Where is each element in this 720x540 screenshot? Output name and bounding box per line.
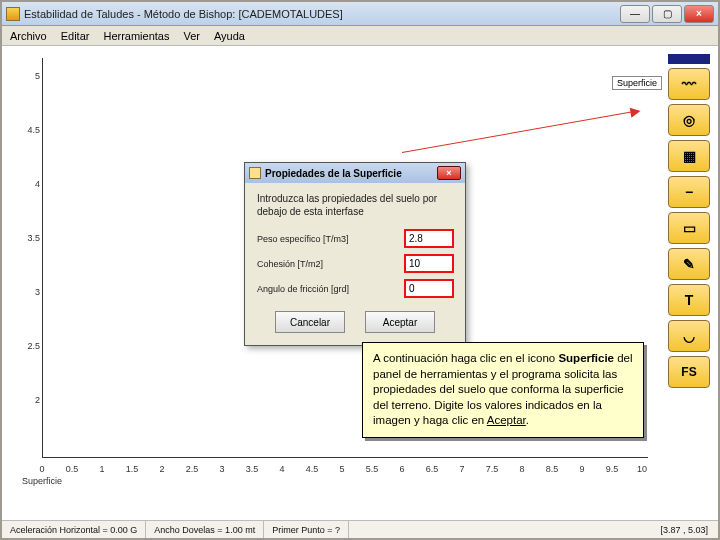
canvas-area: 5 4.5 4 3.5 3 2.5 2 0 0.5 1 1.5 2 2.5 3 …	[2, 46, 718, 520]
tip-bold-superficie: Superficie	[558, 352, 614, 364]
xtick: 3.5	[246, 464, 259, 474]
xtick: 0.5	[66, 464, 79, 474]
xtick: 2.5	[186, 464, 199, 474]
ytick: 3.5	[22, 233, 40, 243]
menu-editar[interactable]: Editar	[61, 30, 90, 42]
dialog-title: Propiedades de la Superficie	[265, 168, 437, 179]
dialog-close-button[interactable]: ×	[437, 166, 461, 180]
status-ancho: Ancho Dovelas = 1.00 mt	[146, 521, 264, 538]
close-button[interactable]: ×	[684, 5, 714, 23]
cancel-button[interactable]: Cancelar	[275, 311, 345, 333]
menu-herramientas[interactable]: Herramientas	[103, 30, 169, 42]
xtick: 4	[279, 464, 284, 474]
ytick: 5	[22, 71, 40, 81]
minimize-button[interactable]: —	[620, 5, 650, 23]
ytick: 3	[22, 287, 40, 297]
xtick: 4.5	[306, 464, 319, 474]
label-friccion: Angulo de fricción [grd]	[257, 284, 399, 294]
tool-grid-button[interactable]: ▦	[668, 140, 710, 172]
xtick: 6	[399, 464, 404, 474]
tool-line-button[interactable]: −	[668, 176, 710, 208]
ytick: 4.5	[22, 125, 40, 135]
menu-ver[interactable]: Ver	[183, 30, 200, 42]
instruction-callout: A continuación haga clic en el icono Sup…	[362, 342, 644, 438]
xtick: 3	[219, 464, 224, 474]
titlebar: Estabilidad de Taludes - Método de Bisho…	[2, 2, 718, 26]
row-peso: Peso específico [T/m3]	[257, 230, 453, 247]
status-accel: Aceleración Horizontal = 0.00 G	[2, 521, 146, 538]
tip-text-1: A continuación haga clic en el icono	[373, 352, 558, 364]
tool-box-button[interactable]: ▭	[668, 212, 710, 244]
dialog-titlebar: Propiedades de la Superficie ×	[245, 163, 465, 183]
status-coord: [3.87 , 5.03]	[650, 525, 718, 535]
xtick: 0	[39, 464, 44, 474]
tool-text-button[interactable]: T	[668, 284, 710, 316]
main-window: Estabilidad de Taludes - Método de Bisho…	[0, 0, 720, 540]
xtick: 10	[637, 464, 647, 474]
dialog-body: Introduzca las propiedades del suelo por…	[245, 183, 465, 345]
xtick: 1.5	[126, 464, 139, 474]
maximize-button[interactable]: ▢	[652, 5, 682, 23]
dialog-buttons: Cancelar Aceptar	[257, 311, 453, 333]
tool-surface-button[interactable]: 〰	[668, 68, 710, 100]
xtick: 7	[459, 464, 464, 474]
label-peso: Peso específico [T/m3]	[257, 234, 399, 244]
input-peso[interactable]	[405, 230, 453, 247]
xtick: 7.5	[486, 464, 499, 474]
window-title: Estabilidad de Taludes - Método de Bisho…	[24, 8, 620, 20]
xtick: 9.5	[606, 464, 619, 474]
label-cohesion: Cohesión [T/m2]	[257, 259, 399, 269]
menu-ayuda[interactable]: Ayuda	[214, 30, 245, 42]
menu-archivo[interactable]: Archivo	[10, 30, 47, 42]
app-icon	[6, 7, 20, 21]
xtick: 1	[99, 464, 104, 474]
toolbox: Superficie 〰 ◎ ▦ − ▭ ✎ T ◡ FS	[668, 54, 710, 388]
xtick: 6.5	[426, 464, 439, 474]
xtick: 5	[339, 464, 344, 474]
surface-properties-dialog: Propiedades de la Superficie × Introduzc…	[244, 162, 466, 346]
dialog-intro: Introduzca las propiedades del suelo por…	[257, 193, 453, 218]
statusbar: Aceleración Horizontal = 0.00 G Ancho Do…	[2, 520, 718, 538]
xtick: 8	[519, 464, 524, 474]
row-cohesion: Cohesión [T/m2]	[257, 255, 453, 272]
x-axis	[42, 457, 648, 458]
tool-fs-button[interactable]: FS	[668, 356, 710, 388]
y-axis	[42, 58, 43, 458]
x-axis-label: Superficie	[22, 476, 62, 486]
ytick: 2	[22, 395, 40, 405]
tool-pencil-button[interactable]: ✎	[668, 248, 710, 280]
input-cohesion[interactable]	[405, 255, 453, 272]
xtick: 8.5	[546, 464, 559, 474]
input-friccion[interactable]	[405, 280, 453, 297]
tip-period: .	[526, 414, 529, 426]
status-punto: Primer Punto = ?	[264, 521, 349, 538]
hint-arrow	[402, 110, 639, 153]
toolbox-header	[668, 54, 710, 64]
row-friccion: Angulo de fricción [grd]	[257, 280, 453, 297]
dialog-icon	[249, 167, 261, 179]
xtick: 2	[159, 464, 164, 474]
window-controls: — ▢ ×	[620, 5, 714, 23]
tip-underline-aceptar: Aceptar	[487, 414, 526, 426]
toolbox-tooltip: Superficie	[612, 76, 662, 90]
menubar: Archivo Editar Herramientas Ver Ayuda	[2, 26, 718, 46]
xtick: 9	[579, 464, 584, 474]
xtick: 5.5	[366, 464, 379, 474]
accept-button[interactable]: Aceptar	[365, 311, 435, 333]
tool-circles-button[interactable]: ◎	[668, 104, 710, 136]
tool-arc-button[interactable]: ◡	[668, 320, 710, 352]
ytick: 2.5	[22, 341, 40, 351]
ytick: 4	[22, 179, 40, 189]
